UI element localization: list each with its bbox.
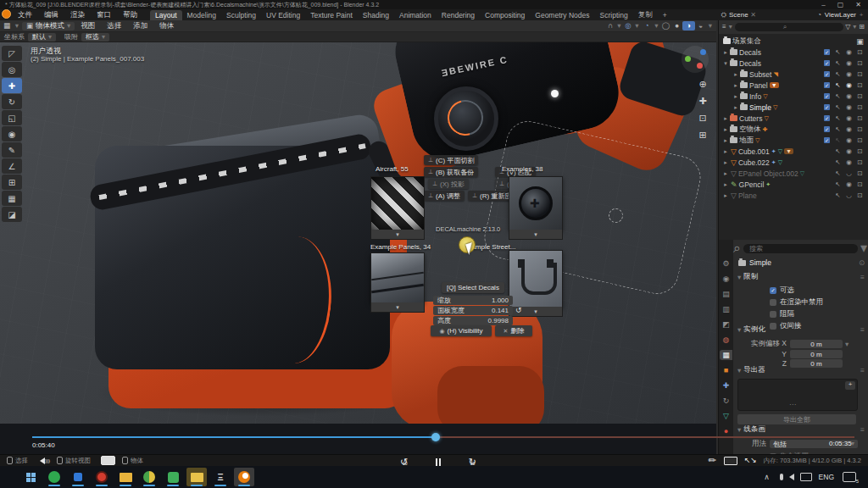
collection-checkbox[interactable]: ✓ (824, 82, 830, 88)
outliner-row-cube022[interactable]: ▸▽ Cube.022 ✦ ▽ ↖ ◉ ⊡ (719, 157, 868, 168)
hide-icon[interactable]: ◉ (843, 158, 854, 166)
tab-world[interactable]: ◍ (720, 335, 732, 345)
render-icon[interactable]: ⊡ (854, 169, 865, 177)
shading-wireframe-icon[interactable]: ◯ (660, 22, 671, 30)
collection-checkbox[interactable]: ✓ (824, 49, 830, 55)
collection-checkbox[interactable]: ✓ (824, 115, 830, 121)
menu-edit[interactable]: 编辑 (38, 10, 64, 20)
dm-slider-height[interactable]: 高度0.9998 (433, 316, 513, 325)
blender-logo-icon[interactable] (0, 9, 12, 20)
selectable-icon[interactable]: ↖ (832, 136, 843, 144)
outliner-row-decals-2[interactable]: ▾ Decals ✓ ↖ ◉ ⊡ (719, 58, 868, 69)
selectable-icon[interactable]: ↖ (832, 59, 843, 67)
navigation-gizmo[interactable] (682, 46, 709, 73)
taskbar-app-blender[interactable] (234, 468, 254, 486)
editor-type-icon[interactable]: ▦ (0, 22, 14, 30)
taskbar-app-folder[interactable] (115, 468, 136, 486)
ortho-toggle-icon[interactable]: ⊞ (697, 130, 709, 140)
outliner-row-epanel[interactable]: ▸▽ EPanel Object.002 ▽ ↖ ◡ ⊡ (719, 168, 868, 179)
outliner-row-empties[interactable]: ▸ 空物体 ✚ ✓ ↖ ◉ ⊡ (719, 124, 868, 135)
video-progress-track[interactable] (32, 436, 854, 438)
outliner-row-ground[interactable]: ▸ 地面 ▽ ✓ ↖ ◉ ⊡ (719, 135, 868, 146)
collection-checkbox[interactable]: ✓ (824, 137, 830, 143)
tray-speaker-icon[interactable] (789, 474, 794, 480)
menu-file[interactable]: 文件 (12, 10, 38, 20)
menu-view[interactable]: 视图 (75, 21, 101, 31)
tab-collection[interactable]: ▦ (720, 350, 732, 360)
render-icon[interactable]: ⊡ (854, 136, 865, 144)
render-icon[interactable]: ⊡ (854, 191, 865, 199)
tool-annotate[interactable]: ✎ (2, 142, 22, 158)
video-progress-handle[interactable] (431, 433, 440, 441)
menu-select[interactable]: 选择 (101, 21, 127, 31)
shading-solid-icon[interactable]: ● (671, 22, 682, 30)
breadcrumb-name[interactable]: Simple (749, 258, 771, 267)
monitor-icon[interactable]: ▣ (854, 37, 865, 46)
dm-menu-adjust[interactable]: ⊥ (A) 调整 (424, 191, 465, 201)
tab-scene[interactable]: ◩ (720, 319, 732, 330)
dm-thumb-panel[interactable] (370, 252, 425, 303)
tab-object-data[interactable]: ▽ (720, 411, 732, 421)
outliner-row-gpencil[interactable]: ▸✎ GPencil ✦ ↖ ◉ ⊡ (719, 179, 868, 190)
instance-offset-y[interactable]: Y 0 m (737, 350, 865, 358)
workspace-tab-geometrynodes[interactable]: Geometry Nodes (530, 10, 594, 20)
taskbar-app-green2[interactable] (163, 468, 183, 486)
hide-icon[interactable]: ◉ (843, 59, 854, 67)
render-icon[interactable]: ⊡ (854, 103, 865, 111)
dm-thumb-screw[interactable]: ✚ (509, 176, 563, 230)
selectable-icon[interactable]: ↖ (832, 191, 843, 199)
tab-material[interactable]: ● (720, 426, 732, 436)
taskbar-app-recorder[interactable] (92, 468, 112, 486)
tab-output[interactable]: ▤ (720, 289, 732, 299)
orientation-selector[interactable]: 默认 ▾ (28, 33, 56, 42)
tool-transform[interactable]: ◉ (2, 126, 22, 141)
outliner-row-panel[interactable]: ▸ Panel ▼ ✓ ↖ ◉ ⊡ (719, 80, 868, 91)
workspace-tab-custom[interactable]: 复制 (633, 9, 658, 21)
dm-library-examples-label[interactable]: Examples, 38 (502, 165, 542, 173)
tab-tool[interactable]: ⚙ (720, 258, 732, 269)
tool-cursor[interactable]: ◎ (2, 62, 22, 77)
dm-thumb-aircraft[interactable] (370, 176, 425, 230)
selectable-icon[interactable]: ↖ (832, 92, 843, 100)
tool-add-cube[interactable]: ⊞ (2, 175, 22, 190)
offset-dropdown-icon[interactable]: ▾ (845, 341, 849, 348)
offset-y-value[interactable]: 0 m (790, 350, 843, 358)
outliner-filter-icon[interactable]: ▽ (845, 24, 850, 30)
dm-menu-slice[interactable]: ⊥ (C) 平面切割 (424, 155, 478, 165)
viewlayer-icon[interactable]: ◔ (815, 12, 825, 19)
taskbar-app-blue[interactable] (68, 468, 88, 486)
snap-dropdown-icon[interactable]: ▾ (615, 22, 623, 30)
checkbox-checked[interactable]: ✓ (770, 287, 776, 294)
taskbar-app-green[interactable] (44, 468, 64, 486)
camera-view-icon[interactable]: ⊡ (697, 114, 709, 123)
menu-object[interactable]: 物体 (153, 21, 180, 31)
checkbox[interactable] (770, 311, 776, 318)
workspace-tab-add[interactable]: + (658, 10, 672, 20)
outliner-row-scene-collection[interactable]: 场景集合 ▣ (719, 36, 868, 47)
proportional-edit-icon[interactable]: ◎ (623, 22, 633, 30)
pin-icon[interactable]: ⊙ (859, 259, 865, 267)
render-icon[interactable]: ⊡ (854, 125, 865, 133)
outliner-new-collection-icon[interactable]: ⊞ (859, 24, 865, 30)
scene-icon[interactable]: ⛭ (719, 12, 729, 19)
pan-gizmo-icon[interactable]: ✚ (697, 97, 709, 106)
checkbox[interactable] (770, 299, 776, 306)
dm-library-panels-label[interactable]: Example Panels, 34 (370, 243, 431, 251)
exporter-add-icon[interactable]: + (845, 381, 855, 390)
outliner-search-input[interactable] (735, 23, 843, 31)
outliner-row-subset[interactable]: ▸ Subset ◥ ✓ ↖ ◉ ⊡ (719, 69, 868, 80)
scene-name[interactable]: Scene (729, 11, 748, 19)
tool-scale[interactable]: ◱ (2, 110, 22, 125)
render-icon[interactable]: ⊡ (854, 70, 865, 78)
tool-extra-2[interactable]: ◪ (2, 207, 22, 222)
workspace-tab-texturepaint[interactable]: Texture Paint (305, 10, 358, 20)
hide-icon[interactable]: ◡ (843, 191, 854, 199)
hide-icon[interactable]: ◉ (843, 136, 854, 144)
viewlayer-name[interactable]: ViewLayer (825, 11, 856, 19)
overlays-dropdown-icon[interactable]: ▾ (653, 22, 660, 30)
outliner-filter-dropdown-icon[interactable]: ▾ (853, 24, 856, 30)
maximize-button[interactable]: ▢ (837, 1, 844, 8)
selectable-icon[interactable]: ↖ (832, 103, 843, 111)
taskbar-app-z[interactable]: Ξ (210, 468, 231, 486)
proportional-dropdown-icon[interactable]: ▾ (633, 22, 641, 30)
